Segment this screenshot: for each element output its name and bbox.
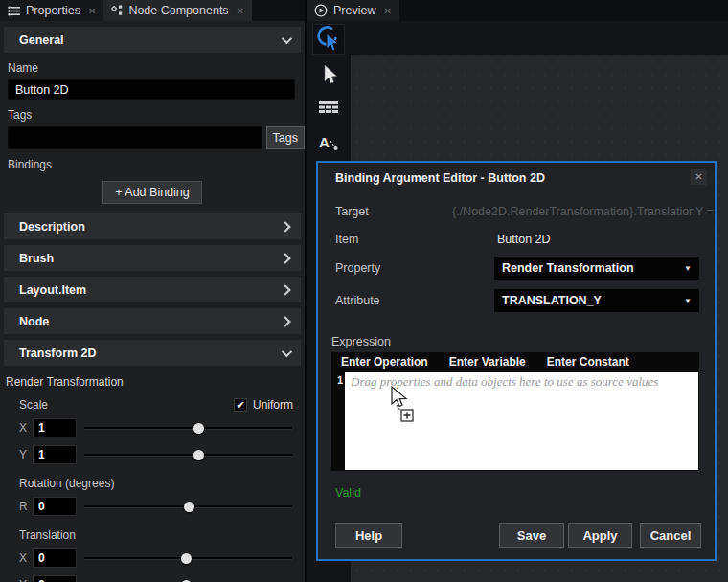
scale-y-slider[interactable] [84, 444, 292, 465]
scale-x-row: X [19, 417, 292, 438]
interact-cursor-icon [316, 26, 341, 53]
tab-properties[interactable]: Properties ✕ [0, 0, 103, 21]
expression-input-area[interactable]: Drag properties and data objects here to… [345, 372, 698, 470]
text-analyze-tool-button[interactable]: A [312, 127, 345, 158]
save-button[interactable]: Save [499, 523, 564, 548]
enter-variable-tab[interactable]: Enter Variable [449, 355, 526, 372]
properties-list-icon [8, 6, 20, 16]
translation-x-input[interactable] [33, 548, 77, 568]
enter-operation-tab[interactable]: Enter Operation [341, 355, 428, 372]
slider-handle[interactable] [184, 502, 194, 512]
section-description[interactable]: Description [4, 213, 301, 239]
expression-editor: 1 Drag properties and data objects here … [331, 372, 699, 471]
dialog-title: Binding Argument Editor - Button 2D [335, 171, 545, 185]
preview-tabbar: Preview ✕ [307, 0, 728, 21]
apply-button[interactable]: Apply [568, 523, 632, 548]
enter-constant-tab[interactable]: Enter Constant [547, 355, 629, 372]
translation-y-row: Y [19, 574, 292, 582]
drag-cursor-icon [389, 386, 420, 424]
expression-label: Expression [331, 335, 391, 348]
axis-label: Y [19, 448, 33, 461]
attribute-dropdown[interactable]: TRANSLATION_Y ▼ [494, 289, 699, 312]
close-icon[interactable]: ✕ [383, 6, 391, 16]
slider-handle[interactable] [193, 450, 204, 460]
select-tool-button[interactable] [312, 58, 345, 89]
section-general[interactable]: General [4, 27, 301, 53]
interact-tool-button[interactable] [312, 24, 345, 55]
item-label: Item [335, 233, 358, 246]
section-general-label: General [19, 34, 64, 47]
translation-label: Translation [19, 528, 305, 542]
section-node[interactable]: Node [4, 308, 301, 334]
property-value: Render Transformation [502, 261, 634, 275]
text-tool-icon: A [318, 133, 339, 152]
rotation-label: Rotation (degrees) [19, 477, 305, 490]
line-number: 1 [331, 372, 345, 471]
select-cursor-icon [318, 62, 339, 85]
translation-x-slider[interactable] [84, 548, 292, 569]
close-icon[interactable]: ✕ [237, 6, 244, 16]
node-components-icon [111, 5, 123, 16]
tab-preview-label: Preview [333, 4, 375, 17]
attribute-value: TRANSLATION_Y [502, 294, 602, 307]
translation-y-slider[interactable] [84, 574, 292, 582]
table-grid-icon [319, 101, 338, 116]
tab-node-components-label: Node Components [128, 4, 228, 17]
chevron-down-icon [282, 33, 292, 43]
expression-editor-block: Enter Operation Enter Variable Enter Con… [331, 352, 699, 471]
binding-argument-editor-dialog: Binding Argument Editor - Button 2D ✕ Ta… [316, 161, 717, 561]
section-transform-2d[interactable]: Transform 2D [4, 340, 301, 366]
attribute-label: Attribute [335, 294, 380, 307]
left-tabbar: Properties ✕ Node Components ✕ [0, 0, 305, 21]
tags-button[interactable]: Tags [266, 126, 305, 149]
tab-properties-label: Properties [26, 4, 80, 17]
slider-handle[interactable] [193, 423, 204, 434]
close-icon[interactable]: ✕ [88, 6, 96, 16]
rotation-row: R [19, 496, 292, 517]
tab-node-components[interactable]: Node Components ✕ [103, 0, 252, 21]
chevron-right-icon [280, 316, 290, 326]
chevron-right-icon [280, 253, 290, 263]
scale-y-input[interactable] [33, 445, 77, 464]
property-dropdown[interactable]: Render Transformation ▼ [494, 257, 699, 280]
scale-x-input[interactable] [33, 418, 77, 437]
axis-label: Y [19, 578, 33, 582]
item-value: Button 2D [497, 233, 551, 246]
name-input[interactable] [8, 79, 295, 100]
section-layout-item[interactable]: Layout.Item [4, 277, 301, 302]
scale-x-slider[interactable] [84, 417, 292, 438]
translation-y-input[interactable] [33, 575, 77, 582]
name-label: Name [8, 61, 305, 75]
uniform-checkbox-row: ✔ Uniform [234, 398, 293, 412]
dialog-close-button[interactable]: ✕ [691, 169, 707, 185]
section-brush[interactable]: Brush [4, 245, 301, 271]
preview-toolbar-strip [351, 21, 728, 55]
help-button[interactable]: Help [335, 523, 402, 548]
chevron-down-icon: ▼ [684, 264, 692, 273]
property-label: Property [335, 261, 380, 275]
scale-label: Scale [19, 398, 48, 412]
scale-y-row: Y [19, 444, 292, 465]
chevron-right-icon [280, 221, 290, 232]
cancel-button[interactable]: Cancel [640, 523, 701, 548]
play-icon [314, 4, 328, 17]
axis-label: X [19, 421, 33, 435]
uniform-checkbox[interactable]: ✔ [234, 398, 247, 412]
properties-panel: Properties ✕ Node Components ✕ General N… [0, 0, 305, 582]
add-binding-button[interactable]: + Add Binding [102, 181, 202, 204]
slider-handle[interactable] [181, 553, 192, 564]
app-root: Properties ✕ Node Components ✕ General N… [0, 0, 728, 582]
chevron-down-icon [282, 346, 292, 356]
rotation-input[interactable] [33, 497, 77, 516]
render-transformation-title: Render Transformation [6, 375, 305, 389]
target-label: Target [335, 205, 369, 218]
svg-text:A: A [319, 134, 330, 150]
grid-tool-button[interactable] [312, 93, 345, 123]
rotation-slider[interactable] [84, 496, 292, 517]
tab-preview[interactable]: Preview ✕ [307, 0, 399, 21]
bindings-label: Bindings [8, 158, 305, 171]
tags-input[interactable] [8, 126, 262, 149]
uniform-label: Uniform [253, 398, 293, 412]
status-valid: Valid [335, 486, 361, 500]
axis-label: X [19, 551, 33, 565]
